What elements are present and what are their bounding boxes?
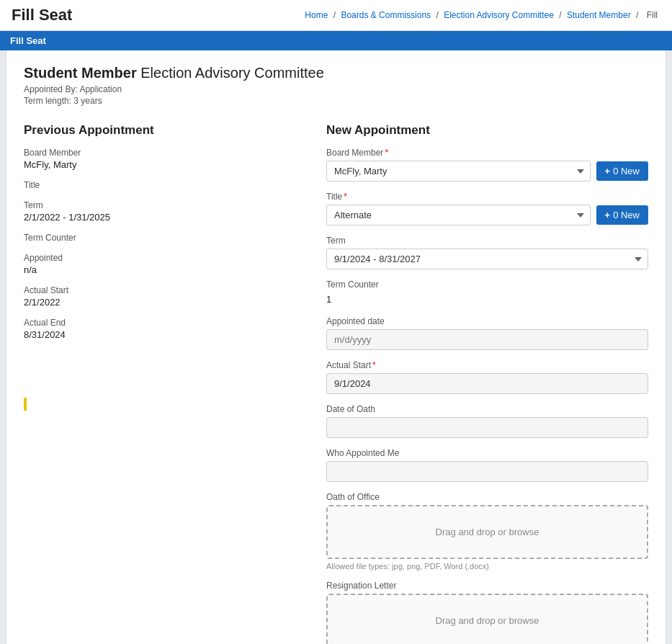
resignation-label: Resignation Letter — [326, 581, 648, 591]
breadcrumb-member[interactable]: Student Member — [567, 10, 631, 20]
prev-appointed-value: n/a — [24, 264, 297, 275]
title-select[interactable]: Alternate — [326, 205, 591, 225]
committee-title-bold: Student Member — [24, 65, 137, 81]
main-content: Student Member Election Advisory Committ… — [6, 50, 666, 644]
actual-start-group: Actual Start* — [326, 360, 648, 394]
actual-start-label: Actual Start* — [326, 360, 648, 370]
title-new-label: 0 New — [613, 210, 640, 220]
previous-appointment-heading: Previous Appointment — [24, 123, 297, 138]
prev-term-value: 2/1/2022 - 1/31/2025 — [24, 212, 297, 223]
oath-of-office-group: Oath of Office Drag and drop or browse A… — [326, 492, 648, 571]
prev-board-member-value: McFly, Marty — [24, 159, 297, 170]
date-of-oath-group: Date of Oath — [326, 404, 648, 438]
actual-start-input[interactable] — [326, 373, 648, 394]
term-counter-value: 1 — [326, 292, 648, 306]
prev-actual-start-label: Actual Start — [24, 285, 297, 295]
prev-actual-start-value: 2/1/2022 — [24, 297, 297, 308]
breadcrumb-current: Fill — [647, 10, 658, 20]
title-new-button[interactable]: 0 New — [596, 205, 648, 225]
resignation-letter-group: Resignation Letter Drag and drop or brow… — [326, 581, 648, 644]
who-appointed-label: Who Appointed Me — [326, 448, 648, 458]
yellow-indicator — [24, 398, 27, 411]
breadcrumb-home[interactable]: Home — [305, 10, 328, 20]
term-counter-label: Term Counter — [326, 279, 648, 290]
board-member-new-button[interactable]: 0 New — [596, 161, 648, 181]
prev-actual-end-label: Actual End — [24, 318, 297, 328]
prev-term-counter-label: Term Counter — [24, 233, 297, 243]
new-appointment-section: New Appointment Board Member* McFly, Mar… — [326, 123, 648, 644]
title-label: Title* — [326, 192, 648, 202]
committee-title-normal: Election Advisory Committee — [137, 65, 324, 81]
date-of-oath-input[interactable] — [326, 417, 648, 438]
board-member-group: Board Member* McFly, Marty 0 New — [326, 148, 648, 182]
appointed-date-group: Appointed date — [326, 316, 648, 350]
prev-actual-end-value: 8/31/2024 — [24, 329, 297, 340]
page-title: Fill Seat — [12, 6, 72, 24]
term-group: Term 9/1/2024 - 8/31/2027 — [326, 236, 648, 269]
resignation-dropzone[interactable]: Drag and drop or browse — [326, 594, 648, 644]
appointed-by: Appointed By: Application — [24, 84, 648, 94]
prev-term-label: Term — [24, 200, 297, 210]
blue-bar-label: Fill Seat — [0, 31, 672, 50]
new-appointment-heading: New Appointment — [326, 123, 648, 138]
board-member-label: Board Member* — [326, 148, 648, 158]
committee-title: Student Member Election Advisory Committ… — [24, 65, 648, 81]
term-length: Term length: 3 years — [24, 96, 648, 106]
prev-title-label: Title — [24, 180, 297, 190]
prev-board-member-label: Board Member — [24, 148, 297, 158]
breadcrumb-committee[interactable]: Election Advisory Committee — [444, 10, 554, 20]
term-select[interactable]: 9/1/2024 - 8/31/2027 — [326, 249, 648, 269]
term-label: Term — [326, 236, 648, 246]
title-group: Title* Alternate 0 New — [326, 192, 648, 225]
date-of-oath-label: Date of Oath — [326, 404, 648, 414]
previous-appointment-section: Previous Appointment Board Member McFly,… — [24, 123, 297, 644]
breadcrumb-boards[interactable]: Boards & Commissions — [341, 10, 431, 20]
appointed-date-label: Appointed date — [326, 316, 648, 326]
prev-appointed-label: Appointed — [24, 253, 297, 263]
breadcrumb: Home / Boards & Commissions / Election A… — [305, 10, 660, 20]
resign-drop-text: Drag and drop or browse — [436, 615, 539, 626]
oath-of-office-label: Oath of Office — [326, 492, 648, 502]
board-member-new-label: 0 New — [613, 166, 640, 176]
board-member-select[interactable]: McFly, Marty — [326, 161, 591, 182]
oath-file-types: Allowed file types: jpg, png, PDF, Word … — [326, 562, 648, 571]
who-appointed-group: Who Appointed Me — [326, 448, 648, 482]
oath-dropzone[interactable]: Drag and drop or browse — [326, 505, 648, 559]
who-appointed-input[interactable] — [326, 461, 648, 482]
term-counter-group: Term Counter 1 — [326, 279, 648, 306]
oath-drop-text: Drag and drop or browse — [436, 527, 539, 537]
appointed-date-input[interactable] — [326, 329, 648, 350]
